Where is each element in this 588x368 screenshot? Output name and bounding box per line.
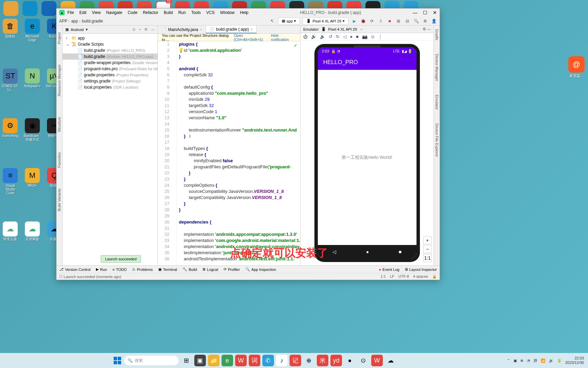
taskbar-icon[interactable]: ⊙ xyxy=(358,355,369,366)
back-button[interactable]: ◁ xyxy=(343,34,346,39)
menu-help[interactable]: Help xyxy=(240,10,248,15)
debug-button[interactable]: 🐞 xyxy=(360,18,366,24)
tab-device-manager[interactable]: Device Manager xyxy=(435,54,439,81)
tab-app-inspection[interactable]: 🔍 App Inspection xyxy=(245,267,276,272)
tab-build-variants[interactable]: Build Variants xyxy=(57,188,61,211)
volume-down-button[interactable]: 🔉 xyxy=(320,34,325,39)
menu-vcs[interactable]: VCS xyxy=(206,10,215,15)
tray-input-icon[interactable]: 拼 xyxy=(534,358,537,363)
minimize-button[interactable]: — xyxy=(413,10,418,15)
tab-structure[interactable]: Structure xyxy=(57,117,61,132)
taskbar-icon[interactable]: ● xyxy=(344,355,356,366)
close-icon[interactable]: × xyxy=(360,27,362,31)
taskbar-icon[interactable]: ✆ xyxy=(262,355,274,366)
desktop-icon[interactable]: ⚙Everything xyxy=(2,118,19,141)
tab-terminal[interactable]: ▣ Terminal xyxy=(158,267,177,272)
taskbar-icon[interactable]: ⊕ xyxy=(303,355,315,366)
tab-logcat[interactable]: ≣ Logcat xyxy=(202,267,218,272)
tab-todo[interactable]: ≡ TODO xyxy=(112,267,127,272)
tree-item[interactable]: 📄 build.gradle (Module: HELLO_PRO.app) xyxy=(63,53,158,60)
device-selector[interactable]: 📱 Pixel 4 XL API 29 ▾ xyxy=(303,17,348,25)
filter-button[interactable]: ÷ xyxy=(139,27,141,32)
settings-icon[interactable]: ⚙ — xyxy=(423,27,431,31)
maximize-button[interactable]: ☐ xyxy=(423,10,427,15)
editor-tab[interactable]: 📄 build.gradle (:app) × xyxy=(206,26,257,33)
close-button[interactable]: ✕ xyxy=(433,10,437,15)
taskbar-icon[interactable]: 📁 xyxy=(208,355,219,366)
desktop-icon[interactable] xyxy=(42,1,56,16)
tab-project[interactable]: Project xyxy=(57,32,61,44)
record-button[interactable]: ⊙ xyxy=(371,34,375,39)
zoom-in-button[interactable]: + xyxy=(423,236,431,244)
code-content[interactable]: 💡✓plugins { id 'com.android.application'… xyxy=(177,41,300,265)
menu-run[interactable]: Run xyxy=(178,10,186,15)
more-button[interactable]: ⋮ xyxy=(378,34,382,39)
menu-file[interactable]: File xyxy=(67,10,74,15)
sync-icon[interactable]: ↸ xyxy=(269,18,275,24)
menu-view[interactable]: View xyxy=(92,10,101,15)
taskbar-search[interactable]: 🔍 搜索 xyxy=(124,356,179,365)
menu-edit[interactable]: Edit xyxy=(79,10,86,15)
stop-button[interactable]: ■ xyxy=(387,18,393,24)
taskbar-icon[interactable]: W xyxy=(235,355,247,366)
menu-code[interactable]: Code xyxy=(128,10,137,15)
taskbar-icon[interactable]: e xyxy=(222,355,233,366)
avd-button[interactable]: ⊞ xyxy=(395,18,402,24)
start-button[interactable] xyxy=(113,356,122,365)
taskbar-icon[interactable]: 米 xyxy=(317,355,328,366)
tab-problems[interactable]: ⚠ Problems xyxy=(132,267,152,272)
power-button[interactable]: ⏻ xyxy=(303,34,308,39)
taskbar-icon[interactable]: ▣ xyxy=(194,355,206,366)
tree-item[interactable]: 📄 settings.gradle (Project Settings) xyxy=(63,78,158,84)
tab-gradle[interactable]: Gradle xyxy=(435,29,439,40)
rotate-right-button[interactable]: ↻ xyxy=(336,34,340,39)
taskbar-icon[interactable]: W xyxy=(371,355,383,366)
desktop-icon[interactable]: STSTM32 ST-LI... xyxy=(2,68,19,92)
tab-profiler[interactable]: ⟳ Profiler xyxy=(224,267,240,272)
attach-button[interactable]: ⇩ xyxy=(378,18,384,24)
open-project-structure-link[interactable]: Open (Ctrl+Alt+Shift+S) xyxy=(234,33,271,42)
tray-icon[interactable]: ⌃ xyxy=(507,358,510,363)
taskbar-icon[interactable]: ⊞ xyxy=(181,355,192,366)
desktop-icon[interactable]: ☁阿里云盘 xyxy=(2,221,19,241)
close-icon[interactable]: × xyxy=(251,27,253,31)
code-editor[interactable]: 1234567891011121314151617181920212223242… xyxy=(158,41,300,265)
tree-item[interactable]: 📄 local.properties (SDK Location) xyxy=(63,84,158,90)
menu-build[interactable]: Build xyxy=(164,10,173,15)
taskbar-icon[interactable]: ☁ xyxy=(385,355,396,366)
tab-event-log[interactable]: ● Event Log xyxy=(379,267,399,272)
search-icon[interactable]: 🔍 xyxy=(413,18,419,24)
menu-window[interactable]: Window xyxy=(220,10,235,15)
desktop-icon[interactable]: eMicrosoft Edge xyxy=(24,19,41,42)
desktop-icon[interactable] xyxy=(3,1,18,16)
tab-resource-manager[interactable]: Resource Manager xyxy=(57,64,61,96)
tab-emulator[interactable]: Emulator xyxy=(435,95,439,110)
collapse-button[interactable]: ⊙ xyxy=(132,27,135,32)
tray-wifi-icon[interactable]: 📶 xyxy=(541,358,545,363)
nav-back[interactable]: ◁ xyxy=(332,249,336,255)
taskbar-clock[interactable]: 22:03 2023/12/30 xyxy=(565,356,584,365)
tree-gradle-scripts[interactable]: ⌄📜 Gradle Scripts xyxy=(63,41,158,47)
user-icon[interactable]: 👤 xyxy=(431,18,437,24)
settings-button[interactable]: ⚙ xyxy=(144,27,148,32)
zoom-fit-button[interactable]: 1:1 xyxy=(423,254,431,262)
desktop-icon[interactable]: ☁百度网盘 xyxy=(24,221,41,241)
lightbulb-icon[interactable]: 💡 xyxy=(178,47,184,53)
sdk-button[interactable]: ⊟ xyxy=(404,18,410,24)
tab-favorites[interactable]: Favorites xyxy=(57,152,61,168)
taskbar-icon[interactable]: yd xyxy=(330,355,342,366)
desktop-icon[interactable]: ◉Bandicam - 快捷方式 xyxy=(24,118,41,141)
tab-run[interactable]: ▶ Run xyxy=(96,267,107,272)
tab-build[interactable]: 🔨 Build xyxy=(182,267,197,272)
zoom-out-button[interactable]: − xyxy=(423,245,431,253)
tray-icon[interactable]: ⊕ xyxy=(520,358,523,363)
profile-button[interactable]: ⟳ xyxy=(369,18,375,24)
nav-overview[interactable]: ■ xyxy=(399,249,402,255)
menu-refactor[interactable]: Refactor xyxy=(143,10,158,15)
tray-icon[interactable]: ▣ xyxy=(513,358,517,363)
menu-tools[interactable]: Tools xyxy=(191,10,201,15)
tab-version-control[interactable]: ⎇ Version Control xyxy=(59,267,91,272)
desktop-icon[interactable]: NNotepad++ xyxy=(24,68,41,92)
home-button[interactable]: ● xyxy=(350,34,353,39)
phone-screen[interactable]: 2:03 🔒 ◔ LTE▮◢ 🔋 HELLO_PRO 第一工程实验Hello W… xyxy=(318,47,416,259)
